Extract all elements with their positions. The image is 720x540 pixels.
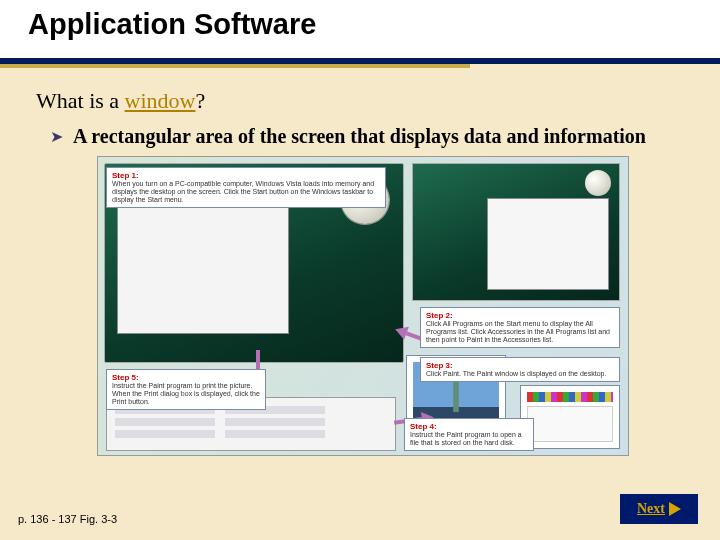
step-text: Instruct the Paint program to print the … xyxy=(112,382,260,405)
step-text: Click All Programs on the Start menu to … xyxy=(426,320,610,343)
step-5-box: Step 5: Instruct the Paint program to pr… xyxy=(106,369,266,410)
paint-window-card xyxy=(520,385,620,449)
step-label: Step 2: xyxy=(426,311,614,320)
step-1-box: Step 1: When you turn on a PC-compatible… xyxy=(106,167,386,208)
step-3-box: Step 3: Click Paint. The Paint window is… xyxy=(420,357,620,382)
next-label: Next xyxy=(637,501,665,517)
question-line: What is a window? xyxy=(36,88,690,114)
question-suffix: ? xyxy=(195,88,205,113)
step-label: Step 3: xyxy=(426,361,614,370)
slide-title: Application Software xyxy=(28,8,720,41)
bullet-item: ➤ A rectangular area of the screen that … xyxy=(36,124,690,150)
step-text: When you turn on a PC-compatible compute… xyxy=(112,180,374,203)
bullet-text: A rectangular area of the screen that di… xyxy=(73,124,646,149)
step-label: Step 1: xyxy=(112,171,380,180)
page-reference: p. 136 - 137 Fig. 3-3 xyxy=(18,512,128,526)
figure-3-3: Step 1: When you turn on a PC-compatible… xyxy=(97,156,629,456)
question-prefix: What is a xyxy=(36,88,125,113)
desktop-screenshot-2 xyxy=(412,163,620,301)
step-4-box: Step 4: Instruct the Paint program to op… xyxy=(404,418,534,451)
question-highlight: window xyxy=(125,88,196,113)
step-label: Step 5: xyxy=(112,373,260,382)
step-text: Click Paint. The Paint window is display… xyxy=(426,370,606,377)
triangle-right-icon xyxy=(669,502,681,516)
step-label: Step 4: xyxy=(410,422,528,431)
step-2-box: Step 2: Click All Programs on the Start … xyxy=(420,307,620,348)
chevron-right-icon: ➤ xyxy=(50,124,63,150)
step-text: Instruct the Paint program to open a fil… xyxy=(410,431,522,446)
next-button[interactable]: Next xyxy=(620,494,698,524)
